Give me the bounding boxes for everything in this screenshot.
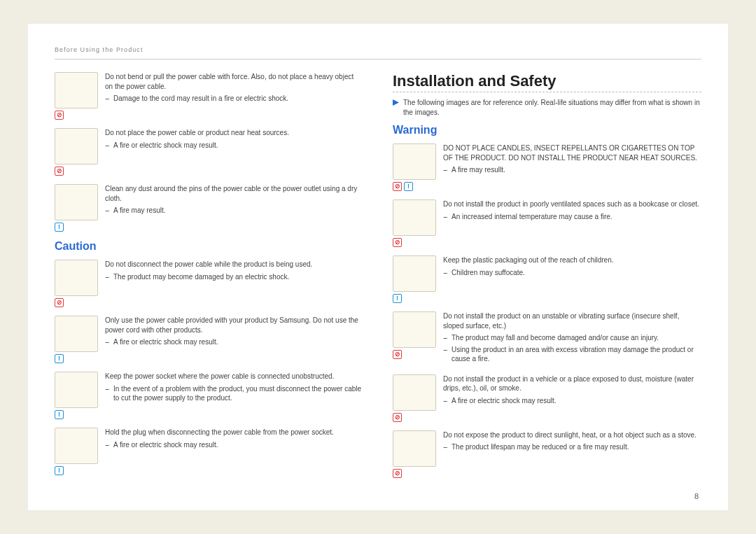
note-text: The following images are for reference o… — [403, 98, 701, 117]
item-sub: A fire or electric shock may result. — [443, 396, 701, 406]
item-sub: A fire or electric shock may result. — [105, 141, 363, 150]
right-column: Installation and Safety The following im… — [393, 72, 701, 486]
safety-item: ⊘ Do not install the product in a vehicl… — [393, 374, 701, 422]
safety-item: ⊘ Do not install the product on an unsta… — [393, 311, 701, 366]
illustration-icon — [55, 72, 98, 108]
content-columns: ⊘ Do not bend or pull the power cable wi… — [55, 72, 701, 486]
illustration-icon — [55, 260, 98, 296]
prohibit-icon: ⊘ — [55, 298, 64, 307]
prohibit-icon: ⊘ — [55, 167, 64, 176]
illustration-icon — [55, 128, 98, 164]
safety-item: ⊘ Do not expose the product to direct su… — [393, 430, 701, 478]
item-lead: Do not disconnect the power cable while … — [105, 260, 363, 269]
item-sub: A fire or electric shock may result. — [105, 440, 363, 450]
illustration-icon — [393, 374, 436, 411]
item-lead: Do not expose the product to direct sunl… — [443, 430, 701, 440]
item-sub: In the event of a problem with the produ… — [105, 384, 363, 403]
safety-item: ! Keep the power socket where the power … — [55, 372, 363, 419]
illustration-icon — [55, 316, 98, 352]
item-sub: Damage to the cord may result in a fire … — [105, 94, 363, 104]
item-lead: Do not bend or pull the power cable with… — [105, 72, 363, 91]
prohibit-icon: ⊘ — [393, 413, 402, 422]
item-sub: A fire or electric shock may result. — [105, 337, 363, 347]
illustration-icon — [55, 428, 98, 464]
prohibit-icon: ⊘ — [393, 350, 402, 359]
safety-item: ⊘ Do not install the product in poorly v… — [393, 199, 701, 247]
info-icon: ! — [55, 466, 64, 475]
info-icon: ! — [55, 354, 64, 363]
item-lead: Hold the plug when disconnecting the pow… — [105, 428, 363, 437]
safety-item: ⊘ Do not place the power cable or produc… — [55, 128, 363, 176]
caution-heading: Caution — [55, 240, 363, 253]
item-sub: The product may fall and become damaged … — [443, 333, 701, 343]
left-column: ⊘ Do not bend or pull the power cable wi… — [55, 72, 363, 486]
item-sub: A fire may resullt. — [443, 165, 701, 175]
safety-item: ⊘ Do not disconnect the power cable whil… — [55, 260, 363, 307]
illustration-icon — [393, 255, 436, 292]
item-sub: The product may become damaged by an ele… — [105, 272, 363, 282]
prohibit-icon: ⊘ — [55, 111, 64, 120]
info-icon: ! — [404, 182, 413, 191]
item-sub: Using the product in an area with excess… — [443, 345, 701, 364]
item-lead: Do not install the product on an unstabl… — [443, 311, 701, 330]
item-sub: A fire may result. — [105, 206, 363, 216]
illustration-icon — [55, 372, 98, 408]
prohibit-icon: ⊘ — [393, 469, 402, 478]
illustration-icon — [55, 184, 98, 220]
item-sub: An increased internal temperature may ca… — [443, 212, 701, 222]
safety-item: ! Only use the power cable provided with… — [55, 316, 363, 363]
note-marker-icon — [393, 99, 399, 106]
illustration-icon — [393, 311, 436, 348]
item-lead: Do not place the power cable or product … — [105, 128, 363, 138]
safety-item: ! Clean any dust around the pins of the … — [55, 184, 363, 232]
item-lead: Only use the power cable provided with y… — [105, 316, 363, 335]
info-icon: ! — [55, 223, 64, 232]
safety-item: ⊘ Do not bend or pull the power cable wi… — [55, 72, 363, 120]
item-lead: Clean any dust around the pins of the po… — [105, 184, 363, 203]
installation-heading: Installation and Safety — [393, 72, 701, 92]
warning-heading: Warning — [393, 124, 701, 136]
safety-item: ! Keep the plastic packaging out of the … — [393, 255, 701, 303]
prohibit-icon: ⊘ — [393, 238, 402, 247]
page-number: 8 — [694, 492, 699, 500]
prohibit-icon: ⊘ — [393, 182, 402, 191]
item-lead: Do not install the product in poorly ven… — [443, 199, 701, 209]
safety-item: ⊘ ! DO NOT PLACE CANDLES, INSECT REPELLA… — [393, 143, 701, 191]
safety-item: ! Hold the plug when disconnecting the p… — [55, 428, 363, 475]
item-sub: Children may suffocate. — [443, 268, 701, 278]
manual-page: Before Using the Product ⊘ Do not bend o… — [28, 24, 728, 510]
item-lead: Keep the power socket where the power ca… — [105, 372, 363, 381]
illustration-icon — [393, 199, 436, 236]
info-icon: ! — [393, 294, 402, 303]
item-lead: DO NOT PLACE CANDLES, INSECT REPELLANTS … — [443, 143, 701, 162]
reference-note: The following images are for reference o… — [393, 98, 701, 117]
section-label: Before Using the Product — [55, 46, 143, 53]
item-sub: The product lifespan may be reduced or a… — [443, 442, 701, 452]
illustration-icon — [393, 143, 436, 180]
info-icon: ! — [55, 410, 64, 419]
header: Before Using the Product — [55, 42, 701, 59]
illustration-icon — [393, 430, 436, 467]
item-lead: Do not install the product in a vehicle … — [443, 374, 701, 393]
item-lead: Keep the plastic packaging out of the re… — [443, 255, 701, 265]
